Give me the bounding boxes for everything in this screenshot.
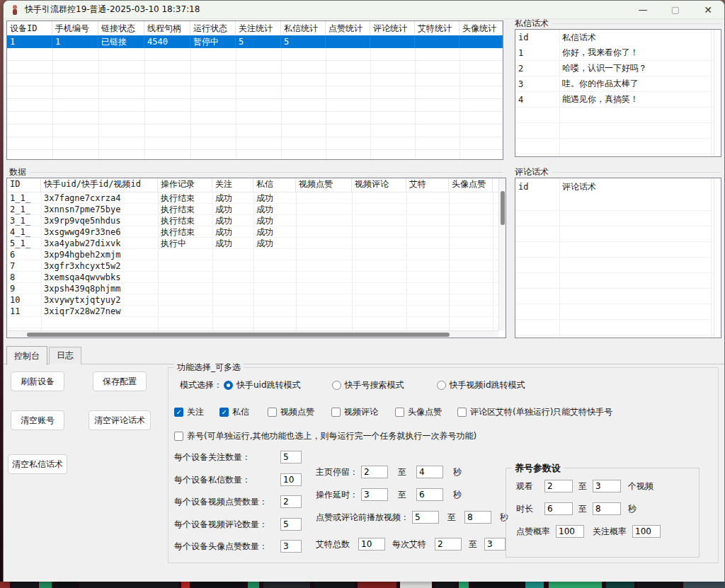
video-comment-count-input[interactable] xyxy=(280,518,302,531)
cell: id xyxy=(515,30,559,45)
cell xyxy=(459,35,503,48)
checkbox-dm[interactable]: 私信 xyxy=(219,406,249,418)
tab-console[interactable]: 控制台 xyxy=(6,346,47,365)
table-row[interactable]: 2_1_3xnnsn7pme75bye执行结束成功成功 xyxy=(7,204,506,215)
home-stay-from-input[interactable] xyxy=(361,466,388,478)
vertical-scroll-thumb[interactable] xyxy=(501,191,505,225)
comment-list-scrollbar[interactable] xyxy=(714,178,721,338)
taskbar-fragment xyxy=(13,582,37,588)
play-before-to-input[interactable] xyxy=(464,511,491,524)
clear-comment-scripts-button[interactable]: 清空评论话术 xyxy=(89,410,151,430)
table-row[interactable]: 3_1_3x9rp9vqe5nhdus执行结束成功成功 xyxy=(7,215,506,226)
cell: 成功 xyxy=(212,226,253,238)
close-button[interactable]: ✕ xyxy=(692,1,724,18)
table-row[interactable]: 4_1_3xsgwwg49r33ne6执行结束成功成功 xyxy=(7,226,506,238)
op-delay-to-input[interactable] xyxy=(416,488,443,501)
at-each-to-input[interactable] xyxy=(484,538,506,550)
cell: 3_1_ xyxy=(7,215,41,226)
radio-uid-jump-mode[interactable]: 快手uid跳转模式 xyxy=(224,379,301,391)
cell: 艾特 xyxy=(406,178,449,192)
op-delay-from-input[interactable] xyxy=(361,488,388,501)
grid-line xyxy=(559,178,560,338)
save-config-button[interactable]: 保存配置 xyxy=(93,371,147,391)
device-table-selected-row[interactable]: 11已链接4540暂停中55 xyxy=(7,35,503,48)
table-row[interactable]: 5_1_3xa4yabw27dixvk执行中成功成功 xyxy=(7,238,506,249)
cell: 执行结束 xyxy=(158,204,212,215)
avatar-like-count-input[interactable] xyxy=(280,540,302,553)
tab-log[interactable]: 日志 xyxy=(49,347,81,364)
taskbar-fragment xyxy=(525,582,544,588)
cell: 3x7fagne7cxrza4 xyxy=(41,192,158,204)
cell: 7 xyxy=(7,260,41,272)
window-controls: — ▢ ✕ xyxy=(627,1,724,18)
cell: 能遇见你，真搞笑！ xyxy=(559,93,711,105)
checkbox-video-comment[interactable]: 视频评论 xyxy=(331,406,378,418)
dm-count-input[interactable] xyxy=(280,473,302,486)
clear-accounts-button[interactable]: 清空账号 xyxy=(11,410,64,430)
cell: ID xyxy=(7,178,41,192)
refresh-devices-button[interactable]: 刷新设备 xyxy=(11,371,64,391)
dm-list-scrollbar[interactable] xyxy=(714,30,721,156)
table-row[interactable]: 73xgfr3xhcyxt5w2 xyxy=(7,260,506,272)
play-before-from-input[interactable] xyxy=(412,511,439,524)
table-row[interactable]: 3哇。你的作品太棒了 xyxy=(515,76,721,92)
table-row[interactable]: 113xiqr7x28w27new xyxy=(7,306,506,317)
data-table-vertical-scrollbar[interactable] xyxy=(498,178,506,330)
checkbox-nurture[interactable]: 养号(可单独运行,其他功能也选上，则每运行完一个任务就执行一次养号功能) xyxy=(174,430,476,442)
table-row[interactable]: 103xvywytxjqtyuy2 xyxy=(7,294,506,306)
probability-row: 点赞概率 关注概率 xyxy=(516,525,661,538)
bottom-tabstrip: 控制台 日志 xyxy=(6,348,83,364)
range-word: 至 xyxy=(447,512,456,524)
table-row[interactable]: 1你好，我来看你了！ xyxy=(515,45,721,61)
cell: 3xiqr7x28w27new xyxy=(41,306,158,317)
range-word: 至 xyxy=(398,489,406,501)
duration-to-input[interactable] xyxy=(593,502,621,515)
checkbox-avatar-like[interactable]: 头像点赞 xyxy=(395,406,442,418)
clear-dm-scripts-button[interactable]: 清空私信话术 xyxy=(8,454,67,474)
window-title: 快手引流群控19-普通-2025-03-10 18:37:18 xyxy=(25,4,200,16)
range-word: 至 xyxy=(398,466,406,478)
checkbox-video-like[interactable]: 视频点赞 xyxy=(268,406,314,418)
table-row[interactable]: 1_1_3x7fagne7cxrza4执行结束成功成功 xyxy=(7,192,506,204)
at-each-from-input[interactable] xyxy=(435,538,462,550)
data-table-horizontal-scrollbar[interactable] xyxy=(7,330,498,338)
like-prob-input[interactable] xyxy=(556,525,584,538)
checkbox-comment-at[interactable]: 评论区艾特(单独运行)只能艾特快手号 xyxy=(457,406,612,418)
minimize-button[interactable]: — xyxy=(627,1,659,18)
radio-icon xyxy=(437,381,446,390)
checkbox-follow[interactable]: 关注 xyxy=(174,406,204,418)
count-dm-row: 每个设备私信数量： xyxy=(174,473,302,486)
cell: 执行中 xyxy=(158,238,212,249)
table-row[interactable]: 63xp94hgbeh2xmjm xyxy=(7,249,506,260)
comment-panel-label-row: 评论话术 xyxy=(515,166,721,178)
follow-count-input[interactable] xyxy=(280,451,302,463)
video-like-count-input[interactable] xyxy=(280,495,302,508)
table-row[interactable]: 2哈喽，认识一下好吗？ xyxy=(515,61,721,76)
at-total-label: 艾特总数 xyxy=(316,538,350,550)
table-row[interactable]: 83xemsqa4qwvwbks xyxy=(7,272,506,283)
maximize-button[interactable]: ▢ xyxy=(659,1,692,18)
cell: 3xp94hgbeh2xmjm xyxy=(41,249,158,260)
horizontal-scroll-thumb[interactable] xyxy=(27,333,450,337)
dm-list-rows: 1你好，我来看你了！2哈喽，认识一下好吗？3哇。你的作品太棒了4能遇见你，真搞笑… xyxy=(515,45,721,108)
table-row[interactable]: 4能遇见你，真搞笑！ xyxy=(515,92,721,108)
cell: 1_1_ xyxy=(7,192,41,204)
app-icon xyxy=(9,4,21,16)
device-table: 设备ID手机编号链接状态线程句柄运行状态关注统计私信统计点赞统计评论统计艾特统计… xyxy=(6,21,503,160)
cell: 成功 xyxy=(253,226,296,238)
unit-label: 秒 xyxy=(453,466,462,478)
radio-account-search-mode[interactable]: 快手号搜索模式 xyxy=(332,379,404,391)
cell: 成功 xyxy=(212,238,253,249)
home-stay-to-input[interactable] xyxy=(416,466,443,478)
titlebar: 快手引流群控19-普通-2025-03-10 18:37:18 — ▢ ✕ xyxy=(4,1,724,19)
cell: 11 xyxy=(7,306,41,317)
mode-label: 模式选择： xyxy=(180,379,224,391)
table-row[interactable]: 93xpsh439q8phjmm xyxy=(7,283,506,294)
like-prob-label: 点赞概率 xyxy=(516,526,550,538)
duration-from-input[interactable] xyxy=(544,502,573,515)
watch-from-input[interactable] xyxy=(544,480,573,492)
watch-to-input[interactable] xyxy=(593,480,621,492)
follow-prob-input[interactable] xyxy=(632,525,661,538)
at-total-input[interactable] xyxy=(358,538,385,550)
radio-video-id-jump-mode[interactable]: 快手视频id跳转模式 xyxy=(437,379,525,391)
